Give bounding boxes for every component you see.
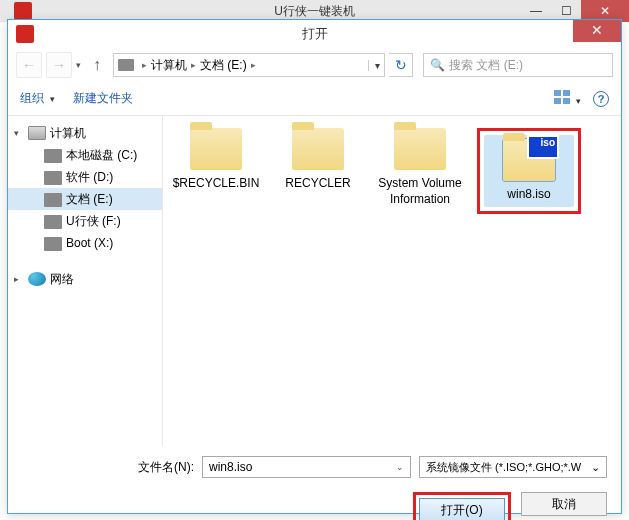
sidebar-item-drive-f[interactable]: U行侠 (F:) — [8, 210, 162, 232]
dialog-footer: 文件名(N): win8.iso ⌄ 系统镜像文件 (*.ISO;*.GHO;*… — [8, 446, 621, 520]
search-input[interactable]: 🔍 搜索 文档 (E:) — [423, 53, 613, 77]
drive-icon — [44, 237, 62, 251]
filename-label: 文件名(N): — [138, 459, 194, 476]
highlight-box-win8: iso win8.iso — [477, 128, 581, 214]
search-placeholder: 搜索 文档 (E:) — [449, 57, 523, 74]
sidebar-item-drive-x[interactable]: Boot (X:) — [8, 232, 162, 254]
view-icon — [554, 90, 570, 104]
iso-file-icon: iso — [503, 139, 555, 181]
breadcrumb-dropdown[interactable]: ▾ — [368, 60, 380, 71]
folder-icon — [394, 128, 446, 170]
breadcrumb[interactable]: ▸ 计算机 ▸ 文档 (E:) ▸ ▾ — [113, 53, 385, 77]
back-button[interactable]: ← — [16, 52, 42, 78]
sidebar: ▾ 计算机 本地磁盘 (C:) 软件 (D:) 文档 (E:) U行侠 (F:) — [8, 116, 163, 446]
drive-icon — [44, 171, 62, 185]
expander-icon[interactable]: ▾ — [14, 128, 24, 138]
open-button[interactable]: 打开(O) ↖ — [419, 498, 505, 520]
file-item-win8-iso[interactable]: iso win8.iso — [484, 135, 574, 207]
refresh-button[interactable]: ↻ — [389, 53, 413, 77]
expander-icon[interactable]: ▸ — [14, 274, 24, 284]
breadcrumb-sep: ▸ — [251, 60, 256, 70]
open-file-dialog: 打开 ✕ ← → ▾ ↑ ▸ 计算机 ▸ 文档 (E:) ▸ ▾ ↻ 🔍 搜索 … — [7, 19, 622, 514]
filter-dropdown-icon[interactable]: ⌄ — [591, 461, 600, 474]
history-dropdown[interactable]: ▾ — [76, 60, 81, 70]
view-mode-button[interactable]: ▾ — [554, 90, 581, 107]
filename-value: win8.iso — [209, 460, 252, 474]
dialog-close-button[interactable]: ✕ — [573, 20, 621, 42]
sidebar-item-network[interactable]: ▸ 网络 — [8, 268, 162, 290]
drive-icon — [44, 149, 62, 163]
file-label: $RECYCLE.BIN — [171, 176, 261, 192]
help-button[interactable]: ? — [593, 91, 609, 107]
drive-icon — [118, 59, 134, 71]
drive-icon — [44, 193, 62, 207]
file-item-recyclebin[interactable]: $RECYCLE.BIN — [171, 128, 261, 192]
sidebar-item-drive-d[interactable]: 软件 (D:) — [8, 166, 162, 188]
dialog-titlebar: 打开 ✕ — [8, 20, 621, 48]
cancel-button-label: 取消 — [552, 496, 576, 513]
drive-icon — [44, 215, 62, 229]
forward-button[interactable]: → — [46, 52, 72, 78]
breadcrumb-sep: ▸ — [142, 60, 147, 70]
file-item-recycler[interactable]: RECYCLER — [273, 128, 363, 192]
filter-text: 系统镜像文件 (*.ISO;*.GHO;*.W — [426, 460, 581, 475]
sidebar-item-label: 文档 (E:) — [66, 191, 113, 208]
cursor-icon: ↖ — [462, 515, 475, 520]
computer-icon — [28, 126, 46, 140]
highlight-box-open: 打开(O) ↖ — [413, 492, 511, 520]
dialog-app-icon — [16, 25, 34, 43]
new-folder-button[interactable]: 新建文件夹 — [73, 90, 133, 107]
parent-app-icon — [14, 2, 32, 20]
filename-input[interactable]: win8.iso ⌄ — [202, 456, 411, 478]
sidebar-item-computer[interactable]: ▾ 计算机 — [8, 122, 162, 144]
network-icon — [28, 272, 46, 286]
cancel-button[interactable]: 取消 — [521, 492, 607, 516]
parent-title: U行侠一键装机 — [274, 3, 355, 20]
file-list[interactable]: $RECYCLE.BIN RECYCLER System Volume Info… — [163, 116, 621, 446]
search-icon: 🔍 — [430, 58, 445, 72]
breadcrumb-drive[interactable]: 文档 (E:) — [200, 57, 247, 74]
file-label: System Volume Information — [375, 176, 465, 207]
sidebar-item-label: 计算机 — [50, 125, 86, 142]
sidebar-item-label: 网络 — [50, 271, 74, 288]
dialog-title: 打开 — [302, 25, 328, 43]
file-item-svi[interactable]: System Volume Information — [375, 128, 465, 207]
breadcrumb-sep: ▸ — [191, 60, 196, 70]
navigation-row: ← → ▾ ↑ ▸ 计算机 ▸ 文档 (E:) ▸ ▾ ↻ 🔍 搜索 文档 (E… — [8, 48, 621, 82]
up-button[interactable]: ↑ — [85, 53, 109, 77]
toolbar: 组织 ▾ 新建文件夹 ▾ ? — [8, 82, 621, 116]
sidebar-item-label: 软件 (D:) — [66, 169, 113, 186]
folder-icon — [190, 128, 242, 170]
file-label: win8.iso — [484, 187, 574, 203]
sidebar-item-label: 本地磁盘 (C:) — [66, 147, 137, 164]
sidebar-item-drive-e[interactable]: 文档 (E:) — [8, 188, 162, 210]
filename-dropdown-icon[interactable]: ⌄ — [396, 462, 404, 472]
breadcrumb-computer[interactable]: 计算机 — [151, 57, 187, 74]
sidebar-item-label: Boot (X:) — [66, 236, 113, 250]
file-label: RECYCLER — [273, 176, 363, 192]
organize-menu[interactable]: 组织 ▾ — [20, 90, 55, 107]
file-type-filter[interactable]: 系统镜像文件 (*.ISO;*.GHO;*.W ⌄ — [419, 456, 607, 478]
sidebar-item-label: U行侠 (F:) — [66, 213, 121, 230]
folder-icon — [292, 128, 344, 170]
sidebar-item-drive-c[interactable]: 本地磁盘 (C:) — [8, 144, 162, 166]
